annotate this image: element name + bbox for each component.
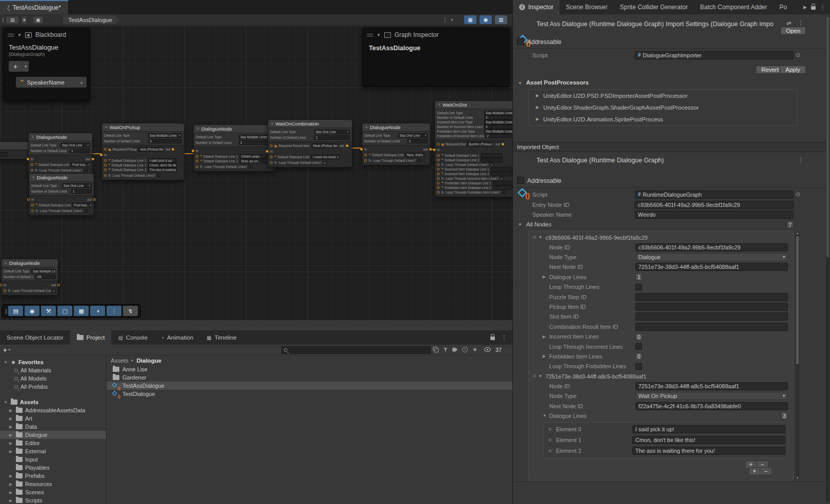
required-slot-field[interactable]: Bonfire (Pickup Item Data) xyxy=(467,142,494,146)
loop-checkbox[interactable] xyxy=(84,169,88,172)
loop-checkbox[interactable] xyxy=(323,161,327,164)
scroll-down-icon[interactable]: ▼ xyxy=(796,476,799,479)
slot-config-field[interactable]: 2 xyxy=(484,115,512,120)
port[interactable] xyxy=(437,143,440,145)
port[interactable] xyxy=(364,154,367,156)
project-search-input[interactable] xyxy=(281,346,431,354)
property-checkbox[interactable] xyxy=(635,284,642,290)
in-port[interactable] xyxy=(27,198,30,201)
script-field[interactable]: #DialogueGraphImporter xyxy=(635,51,794,59)
graph-node-dialogue-3[interactable]: DialogueNode Default Line TypeSay Multip… xyxy=(193,124,275,172)
apply-button[interactable]: Apply xyxy=(780,66,806,74)
lock-icon[interactable] xyxy=(490,337,495,340)
foldout-icon[interactable]: ▼ xyxy=(538,235,543,240)
dialogue-line-field[interactable]: Now, go on... xyxy=(240,159,268,163)
tree-folder[interactable]: ▶ Prefabs xyxy=(0,472,106,480)
loop-checkbox[interactable] xyxy=(418,159,421,162)
add-variable-button[interactable]: + xyxy=(9,61,22,72)
foldout-icon[interactable]: ▶ xyxy=(536,93,539,98)
create-asset-button[interactable]: + xyxy=(3,346,7,354)
expand-arrow-icon[interactable]: ▶ xyxy=(8,498,13,503)
port[interactable] xyxy=(437,168,440,171)
breadcrumb[interactable]: Assets▸Dialogue xyxy=(107,355,512,365)
expand-arrow-icon[interactable]: ▶ xyxy=(8,433,13,437)
drag-handle-icon[interactable]: = xyxy=(533,235,535,240)
in-port[interactable] xyxy=(433,149,435,151)
tree-folder[interactable]: ▶ External xyxy=(0,447,106,455)
speaker-name-field[interactable]: Weirdo xyxy=(635,211,794,219)
postprocessor-row[interactable]: ▶ UnityEditor.U2D.PSD.PSDImporterAssetPo… xyxy=(529,90,797,101)
file-row[interactable]: Gardener xyxy=(107,373,512,382)
tab-overflow[interactable]: Po xyxy=(773,0,793,14)
dialogue-line-field[interactable]: Post boy... W xyxy=(71,162,90,167)
foldout-icon[interactable]: ▼ xyxy=(518,81,522,86)
panel-kebab-icon[interactable]: ⋮ xyxy=(501,334,507,341)
loop-checkbox[interactable] xyxy=(249,165,253,169)
tab-batch-component-adder[interactable]: Batch Component Adder xyxy=(694,0,773,14)
port[interactable] xyxy=(437,163,440,166)
property-checkbox[interactable] xyxy=(635,343,642,350)
add-variable-dropdown[interactable]: ▾ xyxy=(22,61,29,72)
notes-tool-button[interactable]: ▤ xyxy=(8,306,23,316)
blackboard-toggle-button[interactable]: ▥ xyxy=(495,15,507,24)
port[interactable] xyxy=(364,159,367,162)
num-lines-field[interactable]: 1 xyxy=(70,149,90,153)
foldout-icon[interactable]: ▼ xyxy=(538,374,543,379)
speaker-name-field[interactable]: SpeakerName xyxy=(0,152,8,157)
out-port[interactable] xyxy=(57,284,60,286)
show-in-project-button[interactable]: ▣ xyxy=(32,16,44,24)
favorites-root[interactable]: ▼★ Favorites xyxy=(0,358,106,366)
element-field[interactable]: I said pick it up! xyxy=(632,425,785,433)
property-field[interactable]: Dialogue xyxy=(635,253,788,261)
node-entry-header[interactable]: = ▼ 7251e73e-38d3-44ff-a8c5-bcf54088aaf1 xyxy=(529,371,793,381)
expand-arrow-icon[interactable]: ▶ xyxy=(8,490,13,495)
slot-loop-checkbox[interactable] xyxy=(500,177,504,180)
search-by-type-icon[interactable] xyxy=(443,348,448,352)
slot-loop-checkbox[interactable] xyxy=(490,163,494,166)
inspector-kebab-icon[interactable]: ⋮ xyxy=(820,4,826,11)
tools-button[interactable]: ⚒ xyxy=(41,306,56,316)
drag-handle-icon[interactable]: = xyxy=(546,437,554,443)
file-row[interactable]: TestDialogue xyxy=(107,390,512,398)
in-port[interactable] xyxy=(27,158,29,160)
power-tool-button[interactable]: ↯ xyxy=(123,306,138,316)
slot-line-field[interactable] xyxy=(481,153,503,158)
addressable-checkbox[interactable] xyxy=(517,38,524,45)
dialogue-line-field[interactable]: Post boy... W xyxy=(72,203,92,207)
drag-handle-icon[interactable]: = xyxy=(533,373,535,379)
more-tools-kebab-button[interactable]: ⋮ xyxy=(107,306,121,316)
assets-root[interactable]: ▼ Assets xyxy=(0,398,106,406)
graph-inspector-panel[interactable]: ▼ i Graph Inspector TestAssDialogue xyxy=(362,28,510,87)
blackboard-panel[interactable]: ▼ ▣ Blackboard TestAssDialogue (Dialogue… xyxy=(3,28,90,101)
tree-folder[interactable]: Input xyxy=(0,455,106,464)
port[interactable] xyxy=(437,186,440,189)
slot-config-field[interactable]: 2 xyxy=(484,124,512,129)
out-port[interactable] xyxy=(502,143,504,145)
slot-config-field[interactable]: Say Multiple Lines xyxy=(484,120,512,124)
line-type-dropdown[interactable]: Say One Line xyxy=(314,130,350,134)
dialogue-line-field[interactable]: Ohhhh yeah, xyxy=(240,154,268,159)
tab-console[interactable]: ▤Console xyxy=(111,330,154,345)
node-id-field[interactable]: 7251e73e-38d3-44ff-a8c5-bcf54088aaf1 xyxy=(635,382,788,390)
graph-node-wait-on-pickup[interactable]: WaitOnPickup Default Line TypeSay Multip… xyxy=(101,123,184,180)
port[interactable] xyxy=(270,144,273,147)
out-port[interactable] xyxy=(172,148,174,151)
window-tool-button[interactable]: ▢ xyxy=(57,306,72,316)
port[interactable] xyxy=(31,163,33,166)
favorite-item[interactable]: All Materials xyxy=(0,366,106,374)
info-tool-button[interactable]: ◉ xyxy=(25,306,39,316)
element-field[interactable]: Cmon, don't be like this! xyxy=(632,436,785,444)
num-lines-field[interactable]: -55 xyxy=(35,275,56,279)
port[interactable] xyxy=(31,209,34,212)
property-checkbox[interactable] xyxy=(635,363,642,370)
chevron-left-icon[interactable]: ‹ xyxy=(80,79,82,86)
port[interactable] xyxy=(4,289,6,292)
port[interactable] xyxy=(437,177,440,180)
port[interactable] xyxy=(270,156,273,158)
graph-canvas[interactable]: StartNode SpeakerName out DialogueNode D… xyxy=(0,26,512,320)
panel-drag-handle-icon[interactable] xyxy=(367,34,373,36)
slot-line-field[interactable] xyxy=(491,167,512,172)
save-graph-button[interactable]: ▤ xyxy=(6,16,19,24)
graph-breadcrumb[interactable]: TestAssDialogue xyxy=(63,15,119,24)
scroll-up-icon[interactable]: ▲ xyxy=(796,232,799,235)
